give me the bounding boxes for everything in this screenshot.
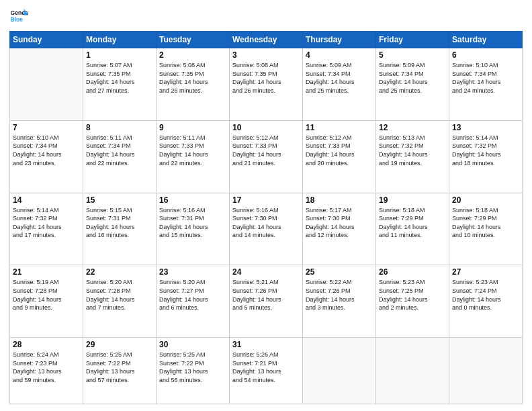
calendar-cell: 21Sunrise: 5:19 AM Sunset: 7:28 PM Dayli… <box>10 265 83 338</box>
cell-info: Sunrise: 5:14 AM Sunset: 7:32 PM Dayligh… <box>13 206 80 240</box>
day-number: 7 <box>13 123 80 132</box>
calendar-cell: 22Sunrise: 5:20 AM Sunset: 7:28 PM Dayli… <box>83 265 157 338</box>
calendar-cell: 17Sunrise: 5:16 AM Sunset: 7:30 PM Dayli… <box>230 193 303 265</box>
calendar-cell: 28Sunrise: 5:24 AM Sunset: 7:23 PM Dayli… <box>10 338 83 404</box>
day-number: 25 <box>306 267 373 277</box>
calendar-cell: 1Sunrise: 5:07 AM Sunset: 7:35 PM Daylig… <box>83 48 157 121</box>
cell-info: Sunrise: 5:17 AM Sunset: 7:30 PM Dayligh… <box>306 206 373 240</box>
calendar-cell: 12Sunrise: 5:13 AM Sunset: 7:32 PM Dayli… <box>376 120 449 193</box>
calendar-week-5: 28Sunrise: 5:24 AM Sunset: 7:23 PM Dayli… <box>10 338 523 404</box>
day-number: 24 <box>232 267 300 277</box>
calendar-cell: 3Sunrise: 5:08 AM Sunset: 7:35 PM Daylig… <box>230 48 303 121</box>
day-number: 30 <box>159 340 226 349</box>
calendar-cell: 6Sunrise: 5:10 AM Sunset: 7:34 PM Daylig… <box>449 48 523 121</box>
cell-info: Sunrise: 5:20 AM Sunset: 7:27 PM Dayligh… <box>159 278 226 312</box>
calendar-cell: 24Sunrise: 5:21 AM Sunset: 7:26 PM Dayli… <box>230 265 303 338</box>
page: General Blue SundayMondayTuesdayWednesda… <box>0 0 532 411</box>
cell-info: Sunrise: 5:25 AM Sunset: 7:22 PM Dayligh… <box>159 351 226 384</box>
cell-info: Sunrise: 5:23 AM Sunset: 7:25 PM Dayligh… <box>379 278 446 312</box>
cell-info: Sunrise: 5:11 AM Sunset: 7:33 PM Dayligh… <box>159 134 226 167</box>
calendar-cell: 31Sunrise: 5:26 AM Sunset: 7:21 PM Dayli… <box>230 338 303 404</box>
calendar-cell: 27Sunrise: 5:23 AM Sunset: 7:24 PM Dayli… <box>449 265 523 338</box>
calendar-cell: 9Sunrise: 5:11 AM Sunset: 7:33 PM Daylig… <box>157 120 230 193</box>
day-number: 15 <box>86 195 153 205</box>
cell-info: Sunrise: 5:23 AM Sunset: 7:24 PM Dayligh… <box>452 278 519 312</box>
calendar-cell: 25Sunrise: 5:22 AM Sunset: 7:26 PM Dayli… <box>303 265 376 338</box>
calendar-week-3: 14Sunrise: 5:14 AM Sunset: 7:32 PM Dayli… <box>10 193 523 265</box>
day-number: 31 <box>232 340 300 349</box>
logo-icon: General Blue <box>9 7 28 26</box>
header: General Blue <box>9 7 523 26</box>
calendar-cell: 23Sunrise: 5:20 AM Sunset: 7:27 PM Dayli… <box>157 265 230 338</box>
cell-info: Sunrise: 5:15 AM Sunset: 7:31 PM Dayligh… <box>86 206 153 240</box>
calendar-cell: 29Sunrise: 5:25 AM Sunset: 7:22 PM Dayli… <box>83 338 157 404</box>
day-number: 2 <box>159 50 226 60</box>
day-number: 28 <box>13 340 80 349</box>
column-header-tuesday: Tuesday <box>157 32 230 48</box>
cell-info: Sunrise: 5:11 AM Sunset: 7:34 PM Dayligh… <box>86 134 153 167</box>
day-number: 29 <box>86 340 153 349</box>
day-number: 17 <box>232 195 300 205</box>
cell-info: Sunrise: 5:08 AM Sunset: 7:35 PM Dayligh… <box>159 61 226 95</box>
day-number: 4 <box>306 50 373 60</box>
column-header-friday: Friday <box>376 32 449 48</box>
calendar-cell: 16Sunrise: 5:16 AM Sunset: 7:31 PM Dayli… <box>157 193 230 265</box>
day-number: 6 <box>452 50 519 60</box>
day-number: 5 <box>379 50 446 60</box>
cell-info: Sunrise: 5:20 AM Sunset: 7:28 PM Dayligh… <box>86 278 153 312</box>
calendar-body: 1Sunrise: 5:07 AM Sunset: 7:35 PM Daylig… <box>10 48 523 404</box>
cell-info: Sunrise: 5:07 AM Sunset: 7:35 PM Dayligh… <box>86 61 153 95</box>
cell-info: Sunrise: 5:12 AM Sunset: 7:33 PM Dayligh… <box>306 134 373 167</box>
calendar-cell: 26Sunrise: 5:23 AM Sunset: 7:25 PM Dayli… <box>376 265 449 338</box>
calendar-cell <box>376 338 449 404</box>
day-number: 10 <box>232 123 300 132</box>
column-header-thursday: Thursday <box>303 32 376 48</box>
day-number: 27 <box>452 267 519 277</box>
column-header-wednesday: Wednesday <box>230 32 303 48</box>
cell-info: Sunrise: 5:13 AM Sunset: 7:32 PM Dayligh… <box>379 134 446 167</box>
svg-text:Blue: Blue <box>11 16 24 23</box>
calendar-cell <box>303 338 376 404</box>
cell-info: Sunrise: 5:10 AM Sunset: 7:34 PM Dayligh… <box>452 61 519 95</box>
calendar-week-4: 21Sunrise: 5:19 AM Sunset: 7:28 PM Dayli… <box>10 265 523 338</box>
calendar-cell: 2Sunrise: 5:08 AM Sunset: 7:35 PM Daylig… <box>157 48 230 121</box>
calendar-cell <box>449 338 523 404</box>
day-number: 16 <box>159 195 226 205</box>
day-number: 21 <box>13 267 80 277</box>
calendar-cell: 11Sunrise: 5:12 AM Sunset: 7:33 PM Dayli… <box>303 120 376 193</box>
cell-info: Sunrise: 5:09 AM Sunset: 7:34 PM Dayligh… <box>306 61 373 95</box>
calendar-cell: 7Sunrise: 5:10 AM Sunset: 7:34 PM Daylig… <box>10 120 83 193</box>
column-header-monday: Monday <box>83 32 157 48</box>
cell-info: Sunrise: 5:22 AM Sunset: 7:26 PM Dayligh… <box>306 278 373 312</box>
day-number: 11 <box>306 123 373 132</box>
cell-info: Sunrise: 5:12 AM Sunset: 7:33 PM Dayligh… <box>232 134 300 167</box>
day-number: 1 <box>86 50 153 60</box>
day-number: 14 <box>13 195 80 205</box>
calendar-cell: 30Sunrise: 5:25 AM Sunset: 7:22 PM Dayli… <box>157 338 230 404</box>
day-number: 9 <box>159 123 226 132</box>
cell-info: Sunrise: 5:24 AM Sunset: 7:23 PM Dayligh… <box>13 351 80 384</box>
calendar-cell: 14Sunrise: 5:14 AM Sunset: 7:32 PM Dayli… <box>10 193 83 265</box>
calendar-cell: 10Sunrise: 5:12 AM Sunset: 7:33 PM Dayli… <box>230 120 303 193</box>
column-header-sunday: Sunday <box>10 32 83 48</box>
cell-info: Sunrise: 5:09 AM Sunset: 7:34 PM Dayligh… <box>379 61 446 95</box>
column-header-saturday: Saturday <box>449 32 523 48</box>
day-number: 26 <box>379 267 446 277</box>
cell-info: Sunrise: 5:16 AM Sunset: 7:30 PM Dayligh… <box>232 206 300 240</box>
day-number: 18 <box>306 195 373 205</box>
calendar-header-row: SundayMondayTuesdayWednesdayThursdayFrid… <box>10 32 523 48</box>
cell-info: Sunrise: 5:14 AM Sunset: 7:32 PM Dayligh… <box>452 134 519 167</box>
day-number: 3 <box>232 50 300 60</box>
calendar-week-1: 1Sunrise: 5:07 AM Sunset: 7:35 PM Daylig… <box>10 48 523 121</box>
cell-info: Sunrise: 5:19 AM Sunset: 7:28 PM Dayligh… <box>13 278 80 312</box>
cell-info: Sunrise: 5:18 AM Sunset: 7:29 PM Dayligh… <box>379 206 446 240</box>
cell-info: Sunrise: 5:08 AM Sunset: 7:35 PM Dayligh… <box>232 61 300 95</box>
calendar-cell: 15Sunrise: 5:15 AM Sunset: 7:31 PM Dayli… <box>83 193 157 265</box>
calendar-table: SundayMondayTuesdayWednesdayThursdayFrid… <box>9 31 523 404</box>
logo: General Blue <box>9 7 31 26</box>
calendar-cell: 18Sunrise: 5:17 AM Sunset: 7:30 PM Dayli… <box>303 193 376 265</box>
calendar-week-2: 7Sunrise: 5:10 AM Sunset: 7:34 PM Daylig… <box>10 120 523 193</box>
calendar-cell: 19Sunrise: 5:18 AM Sunset: 7:29 PM Dayli… <box>376 193 449 265</box>
day-number: 8 <box>86 123 153 132</box>
calendar-cell: 13Sunrise: 5:14 AM Sunset: 7:32 PM Dayli… <box>449 120 523 193</box>
